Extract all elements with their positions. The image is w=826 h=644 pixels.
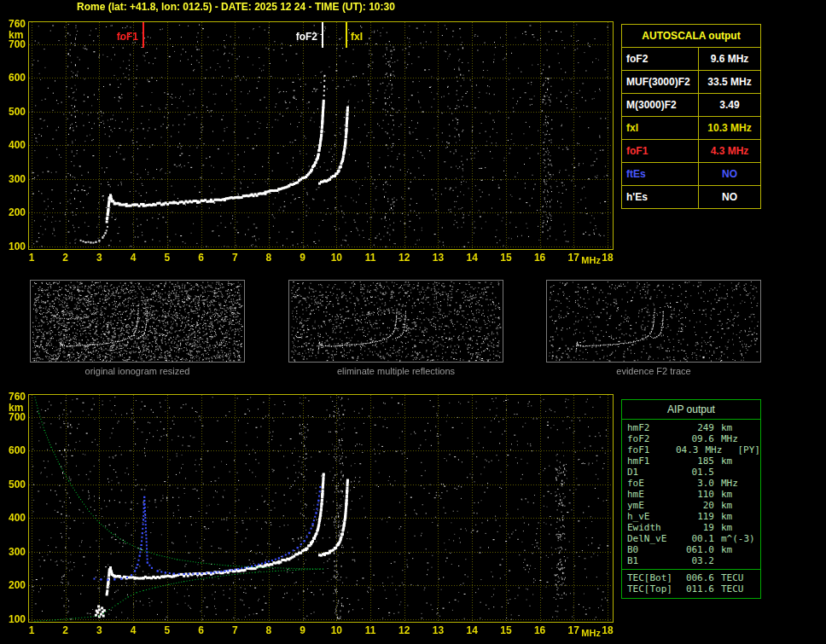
- aip-note: [759, 533, 760, 544]
- autoscala-rows: foF29.6 MHzMUF(3000)F233.5 MHzM(3000)F23…: [622, 48, 760, 208]
- aip-note: [759, 478, 760, 489]
- aip-row: B103.2: [622, 555, 760, 566]
- aip-value: 185: [680, 455, 714, 467]
- aip-unit: TECU: [714, 572, 759, 583]
- aip-note: [759, 467, 760, 478]
- station-date-time-header: Rome (lat: +41.8, lon: 012.5) - DATE: 20…: [77, 1, 395, 13]
- aip-note: [759, 583, 760, 595]
- aip-label: h_vE: [622, 511, 680, 522]
- autoscala-row-label: foF1: [622, 140, 699, 162]
- aip-value: 011.6: [680, 583, 714, 595]
- aip-note: [759, 555, 760, 566]
- aip-label: Ewidth: [622, 522, 680, 533]
- aip-output-panel: AIP output hmF2249kmfoF209.6MHzfoF104.3M…: [621, 399, 761, 599]
- aip-label: D1: [622, 467, 680, 478]
- aip-panel-title: AIP output: [622, 400, 760, 420]
- aip-unit: m^(-3): [714, 533, 759, 544]
- aip-label: B0: [622, 544, 680, 555]
- aip-unit: km: [714, 455, 759, 467]
- aip-unit: km: [714, 500, 759, 511]
- autoscala-row-value: 9.6 MHz: [699, 53, 760, 65]
- aip-row: Ewidth19km: [622, 522, 760, 533]
- autoscala-row: M(3000)F23.49: [622, 94, 760, 117]
- autoscala-row: ftEsNO: [622, 163, 760, 186]
- aip-label: B1: [622, 555, 680, 566]
- aip-unit: TECU: [714, 583, 759, 595]
- aip-row: D101.5: [622, 467, 760, 478]
- aip-unit: km: [714, 489, 759, 500]
- aip-note: [759, 522, 760, 533]
- autoscala-row: foF14.3 MHz: [622, 140, 760, 163]
- aip-unit: MHz: [698, 444, 736, 455]
- aip-value: 03.2: [680, 555, 714, 566]
- aip-label: foE: [622, 478, 680, 489]
- aip-row: foF104.3MHz[PY]: [622, 444, 760, 455]
- aip-note: [759, 500, 760, 511]
- autoscala-row-label: MUF(3000)F2: [622, 71, 699, 93]
- autoscala-row-label: foF2: [622, 48, 699, 70]
- aip-value: 110: [680, 489, 714, 500]
- autoscala-row: h'EsNO: [622, 186, 760, 208]
- aip-label: TEC[Top]: [622, 583, 680, 595]
- aip-row: DelN_vE00.1m^(-3): [622, 533, 760, 544]
- aip-note: [PY]: [736, 444, 761, 455]
- autoscala-row-value: NO: [699, 191, 760, 203]
- aip-row: h_vE119km: [622, 511, 760, 522]
- aip-value: 119: [680, 511, 714, 522]
- aip-value: 006.6: [680, 572, 714, 583]
- aip-unit: km: [714, 544, 759, 555]
- aip-note: [759, 511, 760, 522]
- aip-row: foE3.0MHz: [622, 478, 760, 489]
- aip-unit: km: [714, 511, 759, 522]
- aip-value: 09.6: [680, 433, 714, 444]
- aip-unit: MHz: [714, 478, 759, 489]
- autoscala-row-label: ftEs: [622, 163, 699, 185]
- aip-row: ymE20km: [622, 500, 760, 511]
- aip-label: foF2: [622, 433, 680, 444]
- aip-note: [759, 422, 760, 433]
- aip-label: hmF2: [622, 422, 680, 433]
- autoscala-row-value: 4.3 MHz: [699, 145, 760, 157]
- autoscala-output-table: AUTOSCALA output foF29.6 MHzMUF(3000)F23…: [621, 24, 761, 209]
- aip-label: ymE: [622, 500, 680, 511]
- aip-value: 19: [680, 522, 714, 533]
- autoscala-row-value: 33.5 MHz: [699, 76, 760, 88]
- aip-unit: [714, 555, 759, 566]
- aip-row: hmF1185km: [622, 455, 760, 467]
- autoscala-table-title: AUTOSCALA output: [622, 25, 760, 48]
- aip-label: TEC[Bot]: [622, 572, 680, 583]
- autoscala-row: fxI10.3 MHz: [622, 117, 760, 140]
- aip-label: hmF1: [622, 455, 680, 467]
- aip-value: 3.0: [680, 478, 714, 489]
- aip-value: 04.3: [671, 444, 699, 455]
- aip-row: foF209.6MHz: [622, 433, 760, 444]
- autoscala-row-label: h'Es: [622, 186, 699, 208]
- aip-value: 01.5: [680, 467, 714, 478]
- thumb-caption-f2: evidence F2 trace: [546, 366, 761, 376]
- aip-label: DelN_vE: [622, 533, 680, 544]
- autoscala-row: MUF(3000)F233.5 MHz: [622, 71, 760, 94]
- aip-note: [759, 433, 760, 444]
- autoscala-row-label: M(3000)F2: [622, 94, 699, 116]
- aip-row: TEC[Bot]006.6TECU: [622, 572, 760, 583]
- thumb-caption-cleaned: eliminate multiple reflections: [288, 366, 503, 376]
- aip-unit: MHz: [714, 433, 759, 444]
- aip-value: 20: [680, 500, 714, 511]
- aip-unit: km: [714, 422, 759, 433]
- aip-value: 249: [680, 422, 714, 433]
- aip-unit: [714, 467, 759, 478]
- aip-value: 00.1: [680, 533, 714, 544]
- autoscala-screen: Rome (lat: +41.8, lon: 012.5) - DATE: 20…: [0, 0, 826, 644]
- aip-row: hmE110km: [622, 489, 760, 500]
- autoscala-row-value: 10.3 MHz: [699, 122, 760, 134]
- autoscala-row-value: 3.49: [699, 99, 760, 111]
- aip-note: [759, 455, 760, 467]
- aip-label: hmE: [622, 489, 680, 500]
- aip-value: 061.0: [680, 544, 714, 555]
- aip-tec-rows: TEC[Bot]006.6TECUTEC[Top]011.6TECU: [622, 569, 760, 595]
- aip-row: hmF2249km: [622, 422, 760, 433]
- aip-note: [759, 572, 760, 583]
- autoscala-row-label: fxI: [622, 117, 699, 139]
- autoscala-row-value: NO: [699, 168, 760, 180]
- aip-note: [759, 489, 760, 500]
